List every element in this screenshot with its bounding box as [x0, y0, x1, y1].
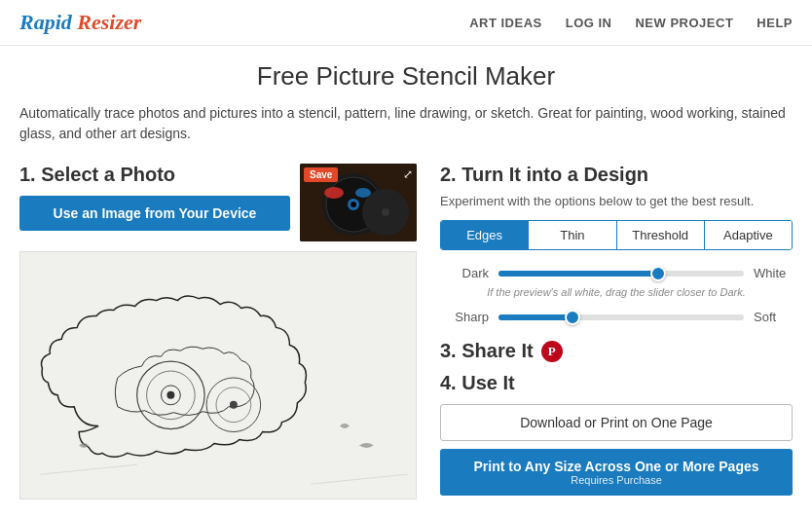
sharp-slider-row: Sharp Soft	[440, 310, 793, 324]
header: Rapid Resizer ART IDEAS LOG IN NEW PROJE…	[0, 0, 812, 46]
stencil-preview	[19, 251, 417, 499]
tab-thin[interactable]: Thin	[529, 221, 616, 249]
tab-edges[interactable]: Edges	[441, 221, 529, 249]
svg-point-16	[230, 401, 238, 409]
step3-title: 3. Share It P	[440, 340, 793, 362]
save-button[interactable]: Save	[304, 167, 338, 182]
svg-point-13	[166, 391, 174, 399]
soft-label: Soft	[754, 310, 793, 324]
svg-point-8	[355, 188, 371, 198]
svg-point-4	[351, 202, 356, 207]
step1-section: 1. Select a Photo Use an Image from Your…	[19, 164, 290, 240]
page-description: Automatically trace photos and pictures …	[19, 103, 793, 144]
tab-threshold[interactable]: Threshold	[617, 221, 705, 249]
expand-icon[interactable]: ⤢	[403, 167, 413, 181]
sharp-label: Sharp	[440, 310, 489, 324]
nav-log-in[interactable]: LOG IN	[566, 16, 612, 30]
step3-label: 3. Share It	[440, 340, 534, 362]
download-button[interactable]: Download or Print on One Page	[440, 404, 793, 441]
nav-help[interactable]: HELP	[757, 16, 793, 30]
step1-title: 1. Select a Photo	[19, 164, 290, 186]
print-button[interactable]: Print to Any Size Across One or More Pag…	[440, 449, 793, 496]
sharp-slider-thumb[interactable]	[565, 310, 580, 325]
svg-point-6	[382, 208, 389, 216]
print-button-subtitle: Requires Purchase	[450, 474, 783, 486]
dark-slider-fill	[498, 271, 658, 277]
two-column-layout: 1. Select a Photo Use an Image from Your…	[19, 164, 793, 499]
page-title: Free Picture Stencil Maker	[19, 61, 793, 92]
right-column: 2. Turn It into a Design Experiment with…	[440, 164, 793, 496]
print-button-label: Print to Any Size Across One or More Pag…	[473, 459, 758, 474]
svg-point-7	[324, 187, 344, 199]
design-tabs: Edges Thin Threshold Adaptive	[440, 220, 793, 250]
dark-slider-row: Dark White	[440, 266, 793, 280]
stencil-svg	[20, 252, 416, 499]
upload-image-button[interactable]: Use an Image from Your Device	[19, 196, 290, 231]
sharp-slider-fill	[498, 314, 572, 320]
pinterest-icon[interactable]: P	[541, 341, 563, 362]
dark-slider-hint: If the preview's all white, drag the sli…	[440, 286, 793, 298]
step2-description: Experiment with the options below to get…	[440, 194, 793, 208]
svg-rect-9	[21, 252, 416, 499]
dark-slider-thumb[interactable]	[650, 266, 666, 281]
step3-section: 3. Share It P	[440, 340, 793, 362]
sharp-slider-track[interactable]	[498, 314, 744, 320]
dark-slider-track[interactable]	[498, 271, 744, 277]
main-content: Free Picture Stencil Maker Automatically…	[0, 46, 812, 515]
step2-title: 2. Turn It into a Design	[440, 164, 793, 186]
step4-title: 4. Use It	[440, 372, 793, 394]
dark-label: Dark	[440, 266, 489, 280]
tab-adaptive[interactable]: Adaptive	[705, 221, 792, 249]
nav-new-project[interactable]: NEW PROJECT	[635, 16, 733, 30]
left-column: 1. Select a Photo Use an Image from Your…	[19, 164, 417, 499]
nav-art-ideas[interactable]: ART IDEAS	[469, 16, 542, 30]
step1-header: 1. Select a Photo Use an Image from Your…	[19, 164, 417, 241]
photo-preview: Save ⤢	[300, 164, 417, 241]
white-label: White	[754, 266, 793, 280]
step4-section: 4. Use It Download or Print on One Page …	[440, 372, 793, 496]
nav: ART IDEAS LOG IN NEW PROJECT HELP	[469, 16, 793, 30]
logo: Rapid Resizer	[19, 10, 141, 35]
